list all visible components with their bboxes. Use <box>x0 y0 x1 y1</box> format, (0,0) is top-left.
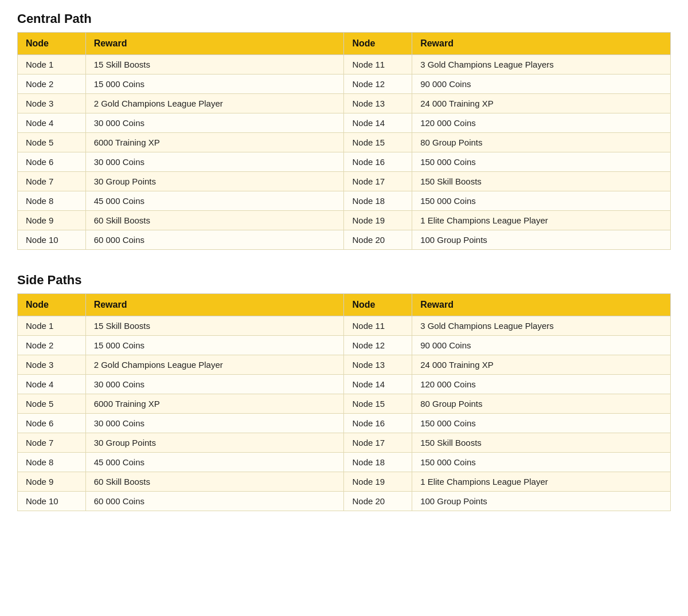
table-cell: 60 Skill Boosts <box>85 211 344 230</box>
table-row: Node 1060 000 CoinsNode 20100 Group Poin… <box>18 492 671 511</box>
table-cell: 45 000 Coins <box>85 191 344 211</box>
table-cell: 1 Elite Champions League Player <box>412 472 671 492</box>
table-row: Node 960 Skill BoostsNode 191 Elite Cham… <box>18 472 671 492</box>
table-cell: 24 000 Training XP <box>412 355 671 375</box>
table-cell: Node 4 <box>18 375 86 394</box>
table-cell: Node 12 <box>344 336 412 355</box>
table-cell: 15 000 Coins <box>85 74 344 94</box>
table-cell: Node 16 <box>344 152 412 172</box>
table-cell: 150 Skill Boosts <box>412 172 671 191</box>
side-header-node2: Node <box>344 294 412 316</box>
central-path-title: Central Path <box>17 11 671 26</box>
table-row: Node 430 000 CoinsNode 14120 000 Coins <box>18 375 671 394</box>
central-path-body: Node 115 Skill BoostsNode 113 Gold Champ… <box>18 55 671 250</box>
table-cell: Node 5 <box>18 133 86 152</box>
table-cell: 15 Skill Boosts <box>85 316 344 336</box>
table-cell: Node 14 <box>344 375 412 394</box>
central-header-node1: Node <box>18 33 86 55</box>
table-cell: 150 000 Coins <box>412 152 671 172</box>
table-cell: 80 Group Points <box>412 394 671 414</box>
table-cell: 30 000 Coins <box>85 414 344 433</box>
table-row: Node 630 000 CoinsNode 16150 000 Coins <box>18 414 671 433</box>
table-cell: 30 000 Coins <box>85 375 344 394</box>
side-paths-section: Side Paths Node Reward Node Reward Node … <box>17 273 671 511</box>
table-row: Node 730 Group PointsNode 17150 Skill Bo… <box>18 172 671 191</box>
table-cell: Node 15 <box>344 394 412 414</box>
table-cell: Node 5 <box>18 394 86 414</box>
table-cell: Node 20 <box>344 492 412 511</box>
side-paths-table: Node Reward Node Reward Node 115 Skill B… <box>17 293 671 511</box>
table-cell: Node 17 <box>344 433 412 453</box>
table-row: Node 430 000 CoinsNode 14120 000 Coins <box>18 113 671 133</box>
table-cell: Node 1 <box>18 316 86 336</box>
table-cell: Node 11 <box>344 316 412 336</box>
table-cell: 30 000 Coins <box>85 152 344 172</box>
side-header-node1: Node <box>18 294 86 316</box>
table-cell: 60 Skill Boosts <box>85 472 344 492</box>
table-cell: 30 Group Points <box>85 172 344 191</box>
table-row: Node 215 000 CoinsNode 1290 000 Coins <box>18 74 671 94</box>
table-cell: Node 2 <box>18 336 86 355</box>
table-row: Node 56000 Training XPNode 1580 Group Po… <box>18 133 671 152</box>
table-cell: Node 18 <box>344 453 412 472</box>
table-cell: 100 Group Points <box>412 492 671 511</box>
table-cell: Node 14 <box>344 113 412 133</box>
table-row: Node 32 Gold Champions League PlayerNode… <box>18 94 671 113</box>
table-cell: 60 000 Coins <box>85 230 344 250</box>
table-cell: 15 000 Coins <box>85 336 344 355</box>
table-cell: 45 000 Coins <box>85 453 344 472</box>
table-cell: 100 Group Points <box>412 230 671 250</box>
table-cell: Node 7 <box>18 172 86 191</box>
table-cell: Node 19 <box>344 211 412 230</box>
table-cell: Node 2 <box>18 74 86 94</box>
table-row: Node 115 Skill BoostsNode 113 Gold Champ… <box>18 55 671 74</box>
table-cell: Node 10 <box>18 230 86 250</box>
table-cell: Node 1 <box>18 55 86 74</box>
table-cell: 2 Gold Champions League Player <box>85 94 344 113</box>
table-cell: 3 Gold Champions League Players <box>412 316 671 336</box>
table-cell: Node 13 <box>344 94 412 113</box>
central-header-node2: Node <box>344 33 412 55</box>
table-cell: 2 Gold Champions League Player <box>85 355 344 375</box>
central-header-reward1: Reward <box>85 33 344 55</box>
table-row: Node 730 Group PointsNode 17150 Skill Bo… <box>18 433 671 453</box>
table-cell: 150 000 Coins <box>412 191 671 211</box>
table-row: Node 32 Gold Champions League PlayerNode… <box>18 355 671 375</box>
table-cell: Node 15 <box>344 133 412 152</box>
table-cell: Node 7 <box>18 433 86 453</box>
table-cell: Node 8 <box>18 453 86 472</box>
table-cell: 90 000 Coins <box>412 74 671 94</box>
table-cell: 120 000 Coins <box>412 375 671 394</box>
table-row: Node 215 000 CoinsNode 1290 000 Coins <box>18 336 671 355</box>
table-cell: 30 Group Points <box>85 433 344 453</box>
central-header-reward2: Reward <box>412 33 671 55</box>
central-path-header-row: Node Reward Node Reward <box>18 33 671 55</box>
table-cell: Node 9 <box>18 472 86 492</box>
side-paths-title: Side Paths <box>17 273 671 288</box>
table-cell: 1 Elite Champions League Player <box>412 211 671 230</box>
table-cell: Node 4 <box>18 113 86 133</box>
table-cell: 60 000 Coins <box>85 492 344 511</box>
table-cell: Node 3 <box>18 94 86 113</box>
table-cell: Node 16 <box>344 414 412 433</box>
side-header-reward2: Reward <box>412 294 671 316</box>
table-row: Node 1060 000 CoinsNode 20100 Group Poin… <box>18 230 671 250</box>
table-cell: 150 Skill Boosts <box>412 433 671 453</box>
table-cell: 24 000 Training XP <box>412 94 671 113</box>
central-path-table: Node Reward Node Reward Node 115 Skill B… <box>17 32 671 250</box>
table-row: Node 56000 Training XPNode 1580 Group Po… <box>18 394 671 414</box>
table-cell: 6000 Training XP <box>85 133 344 152</box>
table-cell: 3 Gold Champions League Players <box>412 55 671 74</box>
table-row: Node 115 Skill BoostsNode 113 Gold Champ… <box>18 316 671 336</box>
table-cell: 6000 Training XP <box>85 394 344 414</box>
table-cell: Node 9 <box>18 211 86 230</box>
table-cell: Node 20 <box>344 230 412 250</box>
table-cell: Node 17 <box>344 172 412 191</box>
table-cell: Node 8 <box>18 191 86 211</box>
table-cell: Node 11 <box>344 55 412 74</box>
table-row: Node 845 000 CoinsNode 18150 000 Coins <box>18 191 671 211</box>
table-row: Node 845 000 CoinsNode 18150 000 Coins <box>18 453 671 472</box>
side-header-reward1: Reward <box>85 294 344 316</box>
table-cell: Node 3 <box>18 355 86 375</box>
table-cell: Node 19 <box>344 472 412 492</box>
